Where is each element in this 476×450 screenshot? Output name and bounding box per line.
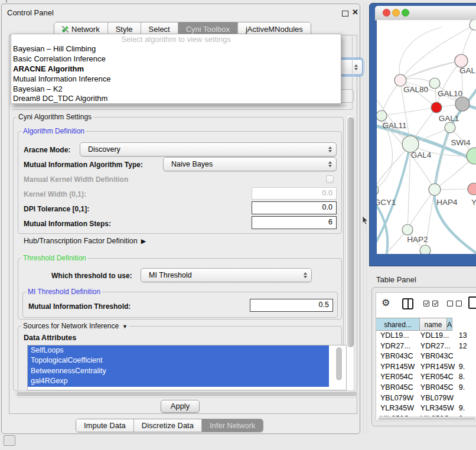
network-node[interactable] <box>429 184 441 195</box>
column-header[interactable]: name <box>420 318 447 331</box>
network-node[interactable] <box>431 102 442 113</box>
list-scrollbar-thumb[interactable] <box>336 347 342 380</box>
cell-value: 12 <box>457 341 476 352</box>
data-attributes-list[interactable]: SelfLoops TopologicalCoefficient Between… <box>27 345 347 390</box>
settings-vertical-scrollbar[interactable] <box>345 115 354 392</box>
table-row[interactable]: YBR043C YBR043C <box>376 351 476 362</box>
aracne-mode-select[interactable]: Discovery <box>80 142 337 156</box>
collapsed-panel-icon[interactable] <box>4 435 15 446</box>
network-node[interactable] <box>445 122 455 133</box>
settings-group-title: Cyni Algorithm Settings <box>17 113 93 121</box>
network-tab-icon <box>62 26 69 32</box>
network-node[interactable] <box>395 74 406 86</box>
mi-type-value: Naive Bayes <box>171 158 213 171</box>
network-node[interactable] <box>468 183 476 195</box>
dpi-tolerance-field[interactable]: 0.0 <box>252 201 337 214</box>
hub-section-label: Hub/Transcription Factor Definition <box>24 237 138 245</box>
network-node[interactable] <box>377 110 387 121</box>
cell-name: YPR145W <box>416 362 457 373</box>
tab-label: Infer Network <box>210 421 255 430</box>
mi-steps-field[interactable]: 6 <box>252 216 337 229</box>
network-node[interactable] <box>455 97 470 111</box>
cell-shared-name: YLR345W <box>376 403 416 414</box>
algorithm-definition-title: Algorithm Definition <box>21 127 86 135</box>
algorithm-option[interactable]: ARACNE Algorithm <box>11 64 341 74</box>
tab[interactable]: Impute Data <box>76 419 133 432</box>
network-node[interactable] <box>402 136 419 152</box>
attribute-item[interactable]: TopologicalCoefficient <box>28 356 329 366</box>
network-node[interactable] <box>402 224 413 235</box>
sources-group-toggle[interactable]: Sources for Network Inference▼ <box>21 322 129 330</box>
select-all-checks-icon[interactable] <box>423 301 441 306</box>
network-node[interactable] <box>420 245 431 254</box>
tab[interactable]: Infer Network <box>201 419 263 432</box>
manual-kernel-checkbox[interactable] <box>326 175 334 183</box>
tab-label: Discretize Data <box>142 421 194 430</box>
which-threshold-select[interactable]: MI Threshold <box>141 268 312 282</box>
table-row[interactable]: YPR145W YPR145W 9. <box>376 362 476 373</box>
aracne-mode-value: Discovery <box>88 143 120 156</box>
scrollbar-thumb[interactable] <box>379 418 475 420</box>
network-node[interactable] <box>455 54 468 67</box>
cell-value: 9. <box>457 403 476 414</box>
scrollbar-thumb[interactable] <box>17 392 357 396</box>
cell-shared-name: YDR27... <box>376 341 416 352</box>
algorithm-option[interactable]: Dream8 DC_TDC Algorithm <box>11 94 341 104</box>
table-header: shared... name A <box>376 318 452 331</box>
expand-arrow-icon: ▼ <box>122 324 128 330</box>
hub-section-toggle[interactable]: Hub/Transcription Factor Definition▶ <box>24 237 146 245</box>
network-node-label: GAL80 <box>403 85 428 94</box>
network-canvas[interactable]: GALGAL80GAL10GAL1GAL11SWI4GAL4GCY1HAP4YH… <box>377 20 476 254</box>
column-header[interactable]: shared... <box>376 318 420 331</box>
network-node[interactable] <box>429 78 440 89</box>
deselect-all-checks-icon[interactable] <box>447 301 465 306</box>
table-row[interactable]: YBR045C YBR045C 9. <box>376 383 476 393</box>
network-node-label: GAL4 <box>411 151 432 159</box>
close-traffic-light[interactable] <box>383 9 390 17</box>
column-header[interactable]: A <box>447 318 452 331</box>
group-border-fragment <box>14 106 347 106</box>
cell-shared-name: YBR043C <box>376 351 416 362</box>
minimize-traffic-light[interactable] <box>392 9 400 17</box>
group-border-fragment <box>352 37 353 109</box>
cell-shared-name: YBR045C <box>376 383 416 393</box>
network-node[interactable] <box>470 20 476 30</box>
document-icon[interactable] <box>468 296 476 309</box>
algorithm-option[interactable]: Mutual Information Inference <box>11 74 341 84</box>
kernel-width-field[interactable]: 0.0 <box>252 187 337 200</box>
settings-horizontal-scrollbar[interactable] <box>15 390 358 397</box>
stepper-icon <box>328 161 332 167</box>
table-row[interactable]: YER054C YER054C 8. <box>376 372 476 383</box>
attribute-item[interactable]: gal4RGexp <box>28 376 329 386</box>
attribute-item[interactable]: SelfLoops <box>28 345 329 356</box>
zoom-traffic-light[interactable] <box>402 9 409 17</box>
network-nodes <box>377 20 476 254</box>
algorithm-option[interactable]: Bayesian – K2 <box>11 84 341 94</box>
algorithm-option[interactable]: Basic Correlation Inference <box>11 54 341 64</box>
attribute-item[interactable]: BetweennessCentrality <box>28 366 329 376</box>
network-node-label: HAP2 <box>407 235 428 244</box>
dpi-tolerance-label: DPI Tolerance [0,1]: <box>24 205 89 213</box>
table-row[interactable]: YDR27... YDR27... 12 <box>376 341 476 352</box>
table-horizontal-scrollbar[interactable] <box>377 416 476 421</box>
table-row[interactable]: YBL079W YBL079W <box>376 393 476 404</box>
algorithm-option[interactable]: Bayesian – Hill Climbing <box>11 44 341 54</box>
scrollbar-thumb[interactable] <box>347 117 354 347</box>
network-node-label: HAP4 <box>436 198 458 207</box>
gear-icon[interactable]: ⚙ <box>382 297 390 308</box>
apply-button[interactable]: Apply <box>161 400 200 413</box>
mi-type-select[interactable]: Naive Bayes <box>163 157 337 171</box>
table-row[interactable]: YDL19... YDL19... 13 <box>376 331 476 341</box>
close-icon[interactable]: ✕ <box>352 8 358 17</box>
network-node[interactable] <box>467 148 476 164</box>
stepper-icon <box>354 64 358 70</box>
float-window-icon[interactable] <box>342 11 348 17</box>
tab-label: jActiveMNodules <box>246 25 303 34</box>
tab[interactable]: Discretize Data <box>133 419 201 432</box>
network-window-titlebar[interactable] <box>375 6 476 21</box>
table-row[interactable]: YLR345W YLR345W 9. <box>376 403 476 414</box>
algorithm-dropdown-list: Bayesian – Hill Climbing Basic Correlati… <box>11 44 341 104</box>
columns-icon[interactable] <box>402 298 413 309</box>
mi-threshold-field[interactable]: 0.5 <box>250 299 333 312</box>
network-node-label: GAL1 <box>439 114 459 123</box>
